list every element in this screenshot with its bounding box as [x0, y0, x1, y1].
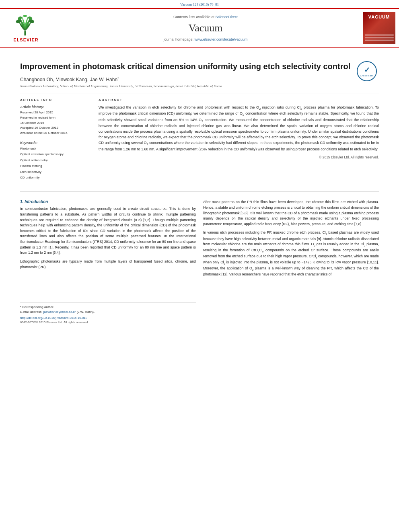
received-date: Received 28 April 2015 — [20, 110, 90, 115]
homepage-link[interactable]: www.elsevier.com/locate/vacuum — [195, 37, 248, 41]
cover-line-1 — [365, 34, 394, 35]
vacuum-cover-image: VACUUM — [363, 12, 395, 44]
keyword-1: Photomask — [20, 146, 90, 152]
author-star: * — [117, 76, 119, 80]
journal-homepage: journal homepage: www.elsevier.com/locat… — [163, 37, 247, 41]
sciencedirect-link[interactable]: ScienceDirect — [216, 15, 238, 19]
crossmark-symbol: ✓ — [364, 66, 370, 74]
article-info-header: ARTICLE INFO — [20, 98, 90, 102]
right-paragraph-1: After mask patterns on the PR thin films… — [203, 199, 379, 227]
citation-bar: Vacuum 123 (2016) 76–81 — [0, 0, 399, 8]
main-body: 1. Introduction In semiconductor fabrica… — [20, 199, 379, 324]
article-content: Improvement in photomask critical dimens… — [0, 48, 399, 332]
sciencedirect-text: Contents lists available at ScienceDirec… — [173, 15, 238, 19]
vacuum-cover-title: VACUUM — [368, 14, 390, 19]
cover-line-3 — [365, 37, 394, 38]
footnote-section: * Corresponding author. E-mail address: … — [20, 302, 196, 324]
abstract-header: ABSTRACT — [99, 98, 379, 102]
body-columns: 1. Introduction In semiconductor fabrica… — [20, 199, 379, 324]
abstract-column: ABSTRACT We investigated the variation i… — [99, 98, 379, 185]
keyword-4: Plasma etching — [20, 163, 90, 169]
elsevier-brand-text: ELSEVIER — [13, 37, 38, 42]
journal-header: ELSEVIER Contents lists available at Sci… — [0, 8, 399, 48]
doi-text[interactable]: http://dx.doi.org/10.1016/j.vacuum.2015.… — [20, 316, 196, 320]
body-left-column: 1. Introduction In semiconductor fabrica… — [20, 199, 196, 324]
elsevier-logo: ELSEVIER — [12, 14, 40, 42]
cover-line-2 — [365, 35, 394, 36]
divider-1 — [20, 94, 379, 94]
corresponding-author-note: * Corresponding author. — [20, 305, 196, 310]
keyword-3: Optical actinometry — [20, 158, 90, 163]
article-info-column: ARTICLE INFO Article history: Received 2… — [20, 98, 90, 185]
accepted-date: Accepted 16 October 2015 — [20, 125, 90, 131]
journal-name: Vacuum — [188, 22, 222, 34]
available-date: Available online 20 October 2015 — [20, 131, 90, 136]
crossmark-badge: ✓ CrossMark — [357, 61, 379, 83]
divider-2 — [20, 191, 379, 191]
revised-date: 15 October 2015 — [20, 121, 90, 126]
authors-text: Changhoon Oh, Minwook Kang, Jae W. Hahn — [20, 77, 117, 82]
citation-text: Vacuum 123 (2016) 76–81 — [180, 2, 219, 6]
article-title: Improvement in photomask critical dimens… — [20, 61, 379, 72]
issn-text: 0042-207X/© 2015 Elsevier Ltd. All right… — [20, 320, 196, 324]
keyword-2: Optical emission spectroscopy — [20, 152, 90, 157]
intro-paragraph-2: Lithographic photomasks are typically ma… — [20, 259, 196, 270]
article-history-section: Article history: Received 28 April 2015 … — [20, 105, 90, 136]
page-container: Vacuum 123 (2016) 76–81 — [0, 0, 399, 532]
elsevier-logo-section: ELSEVIER — [0, 9, 52, 47]
email-link[interactable]: jaewhan@yonsei.ac.kr — [43, 310, 76, 314]
keywords-section: Keywords: Photomask Optical emission spe… — [20, 141, 90, 181]
body-right-column: After mask patterns on the PR thin films… — [203, 199, 379, 324]
email-footnote: E-mail address: jaewhan@yonsei.ac.kr (J.… — [20, 310, 196, 314]
vacuum-cover-decoration — [365, 33, 394, 42]
crossmark-label: CrossMark — [360, 74, 374, 77]
elsevier-tree-icon — [12, 14, 40, 37]
keywords-label: Keywords: — [20, 141, 90, 145]
right-paragraph-2: In various etch processes including the … — [203, 230, 379, 277]
revised-label: Received in revised form — [20, 115, 90, 121]
abstract-text: We investigated the variation in etch se… — [99, 105, 379, 152]
svg-point-5 — [23, 14, 27, 17]
journal-cover-right: VACUUM — [359, 9, 399, 47]
copyright-text: © 2015 Elsevier Ltd. All rights reserved… — [99, 155, 379, 159]
article-info-abstract-section: ARTICLE INFO Article history: Received 2… — [20, 98, 379, 185]
crossmark-icon: ✓ CrossMark — [357, 61, 377, 81]
history-label: Article history: — [20, 105, 90, 109]
cover-line-4 — [365, 39, 394, 39]
svg-rect-0 — [24, 31, 26, 35]
cover-line-5 — [365, 40, 394, 41]
keyword-5: Etch selectivity — [20, 169, 90, 175]
article-authors: Changhoon Oh, Minwook Kang, Jae W. Hahn* — [20, 76, 379, 82]
intro-paragraph-1: In semiconductor fabrication, photomasks… — [20, 206, 196, 256]
intro-section-title: 1. Introduction — [20, 199, 196, 204]
keyword-6: CD uniformity — [20, 175, 90, 181]
journal-info-center: Contents lists available at ScienceDirec… — [52, 9, 359, 47]
article-affiliation: Nano Photonics Laboratory, School of Mec… — [20, 84, 379, 88]
